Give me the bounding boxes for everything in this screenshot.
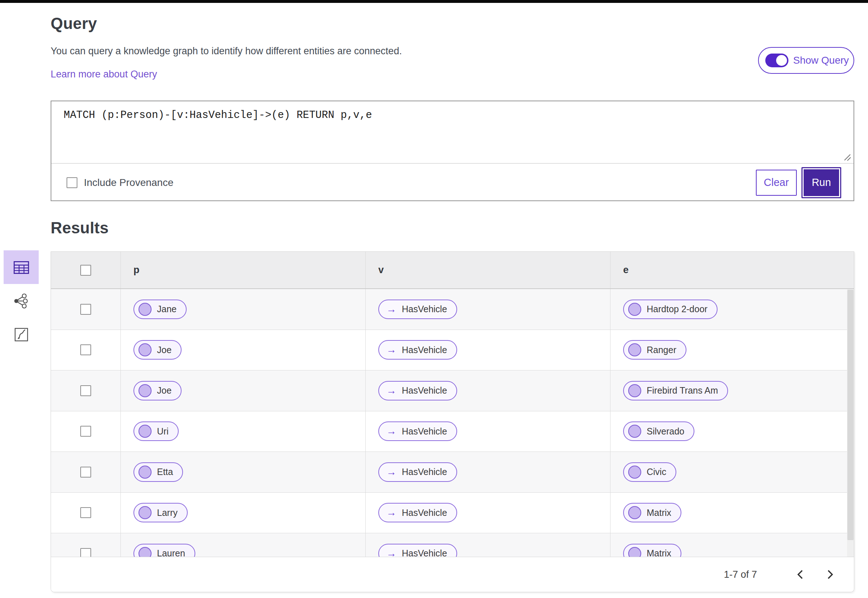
e-pill-label: Firebird Trans Am bbox=[647, 385, 718, 396]
e-pill-label: Matrix bbox=[647, 548, 671, 557]
clear-button[interactable]: Clear bbox=[756, 170, 797, 196]
person-node-pill[interactable]: Joe bbox=[133, 340, 182, 360]
row-checkbox[interactable] bbox=[80, 304, 91, 315]
show-query-label: Show Query bbox=[793, 55, 849, 66]
entity-node-pill[interactable]: Civic bbox=[623, 462, 676, 482]
column-header-p: p bbox=[121, 252, 366, 289]
scrollbar-thumb[interactable] bbox=[847, 290, 853, 540]
table-row: Etta → HasVehicle Civic bbox=[51, 452, 854, 493]
person-node-pill[interactable]: Joe bbox=[133, 381, 182, 401]
table-view-icon bbox=[13, 259, 30, 276]
edge-pill[interactable]: → HasVehicle bbox=[378, 381, 457, 401]
query-description: You can query a knowledge graph to ident… bbox=[51, 46, 402, 57]
vertical-scrollbar[interactable] bbox=[847, 289, 854, 557]
edge-pill[interactable]: → HasVehicle bbox=[378, 544, 457, 557]
e-cell: Ranger bbox=[611, 330, 854, 371]
row-checkbox[interactable] bbox=[80, 344, 91, 355]
entity-node-pill[interactable]: Ranger bbox=[623, 340, 686, 360]
person-node-pill[interactable]: Uri bbox=[133, 422, 179, 441]
p-pill-label: Jane bbox=[157, 304, 176, 314]
textarea-resize-handle-icon[interactable] bbox=[843, 153, 852, 161]
include-provenance-checkbox[interactable] bbox=[67, 177, 78, 188]
row-checkbox[interactable] bbox=[80, 507, 91, 518]
table-view-button[interactable] bbox=[4, 250, 39, 284]
edge-pill[interactable]: → HasVehicle bbox=[378, 299, 457, 319]
row-checkbox[interactable] bbox=[80, 385, 91, 396]
chevron-right-icon bbox=[826, 569, 834, 580]
toggle-switch-icon[interactable] bbox=[765, 54, 789, 67]
select-all-checkbox[interactable] bbox=[80, 265, 91, 276]
page: Query You can query a knowledge graph to… bbox=[0, 0, 868, 598]
v-cell: → HasVehicle bbox=[366, 289, 611, 330]
row-select-cell bbox=[51, 330, 121, 371]
entity-node-pill[interactable]: Silverado bbox=[623, 422, 695, 441]
node-circle-icon bbox=[139, 466, 152, 478]
table-row: Joe → HasVehicle Firebird Trans Am bbox=[51, 371, 854, 411]
entity-node-pill[interactable]: Matrix bbox=[623, 544, 681, 557]
arrow-right-icon: → bbox=[386, 549, 396, 557]
query-textarea[interactable]: MATCH (p:Person)-[v:HasVehicle]->(e) RET… bbox=[51, 101, 853, 163]
table-row: Uri → HasVehicle Silverado bbox=[51, 411, 854, 452]
top-border-bar bbox=[0, 0, 868, 3]
select-all-cell bbox=[51, 252, 121, 289]
table-row: Joe → HasVehicle Ranger bbox=[51, 330, 854, 371]
row-checkbox[interactable] bbox=[80, 548, 91, 557]
node-circle-icon bbox=[628, 303, 641, 316]
e-pill-label: Silverado bbox=[647, 426, 684, 437]
e-pill-label: Ranger bbox=[647, 345, 676, 355]
chart-view-button[interactable] bbox=[4, 324, 39, 345]
p-pill-label: Joe bbox=[157, 385, 172, 396]
row-select-cell bbox=[51, 289, 121, 330]
edge-pill[interactable]: → HasVehicle bbox=[378, 340, 457, 360]
v-cell: → HasVehicle bbox=[366, 493, 611, 533]
edge-pill[interactable]: → HasVehicle bbox=[378, 462, 457, 482]
arrow-right-icon: → bbox=[386, 345, 396, 355]
query-toolbar: Include Provenance Clear Run bbox=[51, 164, 853, 201]
row-checkbox[interactable] bbox=[80, 467, 91, 477]
node-circle-icon bbox=[628, 425, 641, 438]
include-provenance-label: Include Provenance bbox=[84, 177, 173, 188]
row-checkbox[interactable] bbox=[80, 426, 91, 437]
entity-node-pill[interactable]: Hardtop 2-door bbox=[623, 299, 717, 319]
results-table-card: p v e Jane → HasVehicle Hardtop 2-door bbox=[51, 251, 854, 592]
edge-pill[interactable]: → HasVehicle bbox=[378, 503, 457, 522]
node-circle-icon bbox=[628, 343, 641, 356]
column-header-v: v bbox=[366, 252, 611, 289]
run-button[interactable]: Run bbox=[804, 169, 839, 196]
person-node-pill[interactable]: Etta bbox=[133, 462, 183, 482]
node-circle-icon bbox=[139, 425, 152, 438]
e-pill-label: Civic bbox=[647, 467, 666, 477]
learn-more-link[interactable]: Learn more about Query bbox=[51, 69, 157, 80]
table-row: Larry → HasVehicle Matrix bbox=[51, 493, 854, 534]
rows-container: Jane → HasVehicle Hardtop 2-door Joe bbox=[51, 289, 854, 557]
next-page-button[interactable] bbox=[819, 564, 841, 585]
graph-view-icon bbox=[13, 293, 30, 309]
v-cell: → HasVehicle bbox=[366, 452, 611, 492]
entity-node-pill[interactable]: Matrix bbox=[623, 503, 681, 522]
arrow-right-icon: → bbox=[386, 304, 396, 314]
p-cell: Larry bbox=[121, 493, 366, 533]
e-cell: Hardtop 2-door bbox=[611, 289, 854, 330]
node-circle-icon bbox=[628, 506, 641, 519]
p-cell: Uri bbox=[121, 411, 366, 452]
edge-pill[interactable]: → HasVehicle bbox=[378, 422, 457, 441]
entity-node-pill[interactable]: Firebird Trans Am bbox=[623, 381, 728, 401]
person-node-pill[interactable]: Lauren bbox=[133, 544, 195, 557]
v-pill-label: HasVehicle bbox=[402, 385, 447, 396]
p-pill-label: Larry bbox=[157, 508, 178, 518]
p-cell: Joe bbox=[121, 371, 366, 411]
p-pill-label: Uri bbox=[157, 426, 169, 437]
person-node-pill[interactable]: Jane bbox=[133, 299, 187, 319]
show-query-toggle[interactable]: Show Query bbox=[758, 47, 854, 74]
node-circle-icon bbox=[628, 384, 641, 397]
v-pill-label: HasVehicle bbox=[402, 345, 447, 355]
previous-page-button[interactable] bbox=[790, 564, 811, 585]
v-cell: → HasVehicle bbox=[366, 330, 611, 371]
results-section-title: Results bbox=[51, 219, 109, 237]
person-node-pill[interactable]: Larry bbox=[133, 503, 188, 522]
e-cell: Matrix bbox=[611, 493, 854, 533]
graph-view-button[interactable] bbox=[4, 290, 39, 312]
p-pill-label: Etta bbox=[157, 467, 173, 477]
e-cell: Silverado bbox=[611, 411, 854, 452]
p-cell: Etta bbox=[121, 452, 366, 492]
